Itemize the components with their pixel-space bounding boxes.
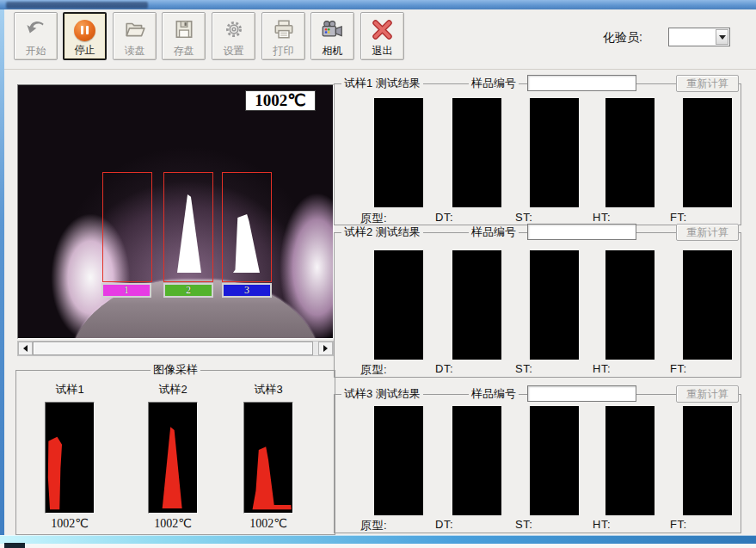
sample-no-input-1[interactable] bbox=[527, 75, 636, 91]
sample2-thumb-label: 试样2 bbox=[138, 382, 207, 397]
sample3-thumb-label: 试样3 bbox=[234, 382, 303, 397]
result-image-slot bbox=[452, 98, 501, 207]
result-label-ft-2: FT: bbox=[670, 362, 742, 375]
sample1-thumb-temperature: 1002℃ bbox=[35, 516, 104, 531]
exit-button[interactable]: 退出 bbox=[360, 12, 404, 60]
gear-icon bbox=[222, 17, 246, 41]
recalculate-button-2[interactable]: 重新计算 bbox=[676, 224, 739, 241]
sample2-thumb-temperature: 1002℃ bbox=[138, 516, 207, 531]
start-button-label: 开始 bbox=[26, 45, 46, 57]
recalculate-button-3[interactable]: 重新计算 bbox=[676, 385, 739, 403]
image-sampling-title: 图像采样 bbox=[151, 363, 200, 377]
toolbar-divider bbox=[4, 69, 756, 70]
result-panel-1-title: 试样1 测试结果 bbox=[341, 77, 423, 90]
camera-horizontal-scrollbar[interactable] bbox=[17, 341, 334, 356]
sample-no-input-2[interactable] bbox=[527, 224, 636, 240]
result-image-slot bbox=[530, 406, 579, 515]
roi-rectangle-1 bbox=[102, 172, 152, 282]
roi-tag-3: 3 bbox=[222, 283, 272, 298]
result-panel-2: 试样2 测试结果 样品编号 重新计算 原型: DT: ST: HT: FT: bbox=[334, 232, 741, 378]
result-image-slot bbox=[374, 406, 423, 515]
sample-no-label-2: 样品编号 bbox=[469, 225, 519, 239]
sample1-silhouette-image bbox=[45, 402, 95, 514]
result-label-original-3: 原型: bbox=[360, 518, 433, 533]
save-disk-button[interactable]: 存盘 bbox=[162, 12, 206, 60]
result-panel-1: 试样1 测试结果 样品编号 重新计算 原型: DT: ST: HT: FT: bbox=[334, 83, 741, 225]
furnace-live-image: 1 2 3 1002℃ bbox=[18, 85, 333, 338]
result-image-slot bbox=[683, 406, 732, 515]
result-label-ht-3: HT: bbox=[593, 518, 665, 531]
scrollbar-thumb[interactable] bbox=[33, 342, 313, 355]
result-label-dt-1: DT: bbox=[435, 211, 507, 224]
result-label-ht-1: HT: bbox=[593, 211, 665, 224]
result-image-slot bbox=[374, 98, 423, 207]
open-folder-icon bbox=[123, 17, 147, 41]
roi-tag-1: 1 bbox=[101, 283, 151, 298]
scroll-right-button[interactable] bbox=[318, 342, 333, 355]
result-label-ft-1: FT: bbox=[670, 211, 742, 224]
result-label-ht-2: HT: bbox=[593, 362, 665, 375]
result-panel-3-title: 试样3 测试结果 bbox=[341, 387, 423, 401]
scroll-left-button[interactable] bbox=[18, 342, 33, 355]
dropdown-arrow-icon bbox=[719, 35, 726, 40]
sample1-thumb-label: 试样1 bbox=[35, 382, 104, 397]
sample2-red-shape bbox=[149, 403, 197, 513]
temperature-readout: 1002℃ bbox=[245, 90, 316, 111]
sample2-silhouette-image bbox=[148, 402, 198, 514]
sample3-red-shape bbox=[244, 403, 292, 513]
sample-no-input-3[interactable] bbox=[527, 385, 636, 402]
read-disk-button-label: 读盘 bbox=[125, 45, 145, 57]
stop-button[interactable]: 停止 bbox=[63, 12, 107, 60]
sample1-red-shape bbox=[46, 403, 94, 513]
result-image-slot bbox=[452, 406, 501, 515]
print-button[interactable]: 打印 bbox=[261, 12, 305, 60]
result-panel-2-title: 试样2 测试结果 bbox=[341, 225, 423, 239]
operator-combobox[interactable] bbox=[668, 28, 730, 46]
sample3-silhouette-image bbox=[243, 402, 293, 514]
sample3-thumb-temperature: 1002℃ bbox=[234, 516, 303, 531]
camera-button[interactable]: 相机 bbox=[310, 12, 354, 60]
camera-button-label: 相机 bbox=[323, 45, 343, 57]
result-label-st-2: ST: bbox=[515, 362, 587, 375]
result-label-original-2: 原型: bbox=[360, 362, 433, 378]
operator-label: 化验员: bbox=[603, 30, 642, 46]
scroll-right-icon bbox=[323, 345, 328, 352]
stop-button-label: 停止 bbox=[75, 44, 95, 56]
result-panel-3: 试样3 测试结果 样品编号 重新计算 原型: DT: ST: HT: FT: bbox=[334, 394, 741, 533]
operator-combobox-dropdown-button[interactable] bbox=[716, 29, 728, 45]
start-button[interactable]: 开始 bbox=[14, 12, 58, 60]
roi-tag-2: 2 bbox=[163, 283, 213, 298]
settings-button[interactable]: 设置 bbox=[212, 12, 255, 60]
window-border-bottom bbox=[0, 535, 756, 544]
pause-icon bbox=[73, 18, 97, 42]
result-image-slot bbox=[683, 98, 732, 207]
result-image-slot bbox=[452, 250, 501, 360]
result-label-original-1: 原型: bbox=[360, 211, 433, 226]
app-window: 开始 停止 读盘 存盘 设置 打印 相机 bbox=[0, 0, 756, 548]
camera-view-frame: 1 2 3 1002℃ bbox=[17, 84, 334, 339]
read-disk-button[interactable]: 读盘 bbox=[113, 12, 157, 60]
red-x-icon bbox=[371, 17, 395, 41]
exit-button-label: 退出 bbox=[372, 45, 393, 57]
window-title-text-clipped bbox=[6, 2, 148, 9]
result-image-slot bbox=[605, 250, 655, 360]
result-image-slot bbox=[605, 406, 655, 515]
video-camera-icon bbox=[321, 17, 345, 41]
save-disk-button-label: 存盘 bbox=[174, 45, 194, 57]
recalculate-button-1[interactable]: 重新计算 bbox=[676, 75, 739, 92]
settings-button-label: 设置 bbox=[224, 45, 244, 57]
floppy-disk-icon bbox=[172, 17, 196, 41]
result-image-slot bbox=[683, 250, 732, 360]
result-label-dt-3: DT: bbox=[435, 518, 507, 531]
result-label-st-1: ST: bbox=[515, 211, 587, 224]
printer-icon bbox=[272, 17, 296, 41]
window-titlebar bbox=[0, 0, 756, 9]
print-button-label: 打印 bbox=[274, 45, 294, 57]
roi-rectangle-2 bbox=[163, 172, 213, 282]
result-image-slot bbox=[605, 98, 655, 207]
result-label-dt-2: DT: bbox=[435, 362, 507, 375]
sample-no-label-3: 样品编号 bbox=[469, 387, 519, 401]
start-arrow-icon bbox=[24, 17, 48, 41]
scroll-left-icon bbox=[23, 345, 28, 352]
result-image-slot bbox=[530, 98, 579, 207]
